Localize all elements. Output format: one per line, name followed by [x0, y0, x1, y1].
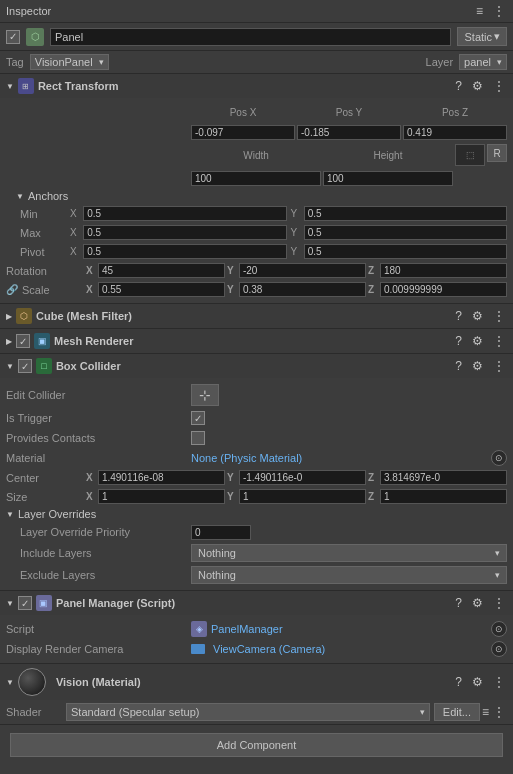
material-picker-icon[interactable]: ⊙ — [491, 450, 507, 466]
vision-material-more-icon[interactable]: ⋮ — [491, 675, 507, 689]
height-input[interactable] — [323, 171, 453, 186]
pos-y-input[interactable] — [297, 125, 401, 140]
add-component-button[interactable]: Add Component — [10, 733, 503, 757]
panel-manager-more-icon[interactable]: ⋮ — [491, 596, 507, 610]
mesh-renderer-header[interactable]: ▶ ▣ Mesh Renderer ? ⚙ ⋮ — [0, 329, 513, 353]
object-enabled-checkbox[interactable] — [6, 30, 20, 44]
rect-transform-help-icon[interactable]: ? — [453, 79, 464, 93]
size-y-input[interactable] — [239, 489, 366, 504]
min-x-input[interactable] — [83, 206, 286, 221]
tag-value: VisionPanel — [35, 56, 93, 68]
mesh-renderer-enabled-checkbox[interactable] — [16, 334, 30, 348]
center-label: Center — [6, 472, 86, 484]
mesh-renderer-help-icon[interactable]: ? — [453, 334, 464, 348]
cube-mesh-filter-header[interactable]: ▶ ⬡ Cube (Mesh Filter) ? ⚙ ⋮ — [0, 304, 513, 328]
tag-dropdown[interactable]: VisionPanel — [30, 54, 109, 70]
pivot-x-input[interactable] — [83, 244, 286, 259]
box-collider-settings-icon[interactable]: ⚙ — [470, 359, 485, 373]
min-y-axis: Y — [291, 208, 302, 219]
size-x-input[interactable] — [98, 489, 225, 504]
panel-manager-help-icon[interactable]: ? — [453, 596, 464, 610]
static-button[interactable]: Static ▾ — [457, 27, 507, 46]
rect-transform-triangle: ▼ — [6, 82, 14, 91]
scale-label: Scale — [22, 284, 50, 296]
rotation-y-axis: Y — [227, 265, 238, 276]
inspector-more-icon[interactable]: ⋮ — [491, 4, 507, 18]
rect-transform-settings-icon[interactable]: ⚙ — [470, 79, 485, 93]
panel-manager-section: ▼ ▣ Panel Manager (Script) ? ⚙ ⋮ Script … — [0, 591, 513, 664]
vision-material-help-icon[interactable]: ? — [453, 675, 464, 689]
is-trigger-label: Is Trigger — [6, 412, 191, 424]
layer-dropdown[interactable]: panel — [459, 54, 507, 70]
camera-picker-icon[interactable]: ⊙ — [491, 641, 507, 657]
object-name-input[interactable] — [50, 28, 451, 46]
box-collider-header[interactable]: ▼ □ Box Collider ? ⚙ ⋮ — [0, 354, 513, 378]
rotation-x-input[interactable] — [98, 263, 225, 278]
vision-material-header[interactable]: ▼ Vision (Material) ? ⚙ ⋮ — [0, 664, 513, 700]
display-render-camera-value[interactable]: ViewCamera (Camera) — [213, 643, 325, 655]
exclude-layers-dropdown[interactable]: Nothing — [191, 566, 507, 584]
rect-transform-title: Rect Transform — [38, 80, 119, 92]
rotation-y-input[interactable] — [239, 263, 366, 278]
script-picker-icon[interactable]: ⊙ — [491, 621, 507, 637]
provides-contacts-checkbox[interactable] — [191, 431, 205, 445]
box-collider-icon: □ — [36, 358, 52, 374]
panel-manager-settings-icon[interactable]: ⚙ — [470, 596, 485, 610]
size-z-input[interactable] — [380, 489, 507, 504]
max-y-input[interactable] — [304, 225, 507, 240]
width-input[interactable] — [191, 171, 321, 186]
camera-icon — [191, 644, 205, 654]
layer-overrides-header[interactable]: ▼ Layer Overrides — [0, 506, 513, 522]
shader-more-icon[interactable]: ⋮ — [491, 705, 507, 719]
pivot-x-axis: X — [70, 246, 81, 257]
rect-transform-header[interactable]: ▼ ⊞ Rect Transform ? ⚙ ⋮ — [0, 74, 513, 98]
cube-mesh-filter-section: ▶ ⬡ Cube (Mesh Filter) ? ⚙ ⋮ — [0, 304, 513, 329]
min-fields: X Y — [70, 206, 507, 221]
center-x-input[interactable] — [98, 470, 225, 485]
wh-values-row — [0, 168, 513, 188]
box-collider-more-icon[interactable]: ⋮ — [491, 359, 507, 373]
center-y-input[interactable] — [239, 470, 366, 485]
inspector-menu-icon[interactable]: ≡ — [474, 4, 485, 18]
pivot-y-input[interactable] — [304, 244, 507, 259]
pos-z-input[interactable] — [403, 125, 507, 140]
include-layers-dropdown[interactable]: Nothing — [191, 544, 507, 562]
layer-label: Layer — [426, 56, 454, 68]
display-render-camera-row: Display Render Camera ViewCamera (Camera… — [0, 639, 513, 659]
panel-manager-enabled-checkbox[interactable] — [18, 596, 32, 610]
max-fields: X Y — [70, 225, 507, 240]
mesh-filter-help-icon[interactable]: ? — [453, 309, 464, 323]
box-collider-help-icon[interactable]: ? — [453, 359, 464, 373]
edit-collider-button[interactable]: ⊹ — [191, 384, 219, 406]
mesh-renderer-more-icon[interactable]: ⋮ — [491, 334, 507, 348]
rotation-z-input[interactable] — [380, 263, 507, 278]
include-layers-label: Include Layers — [6, 547, 191, 559]
edit-collider-row: Edit Collider ⊹ — [0, 382, 513, 408]
script-value[interactable]: PanelManager — [211, 623, 283, 635]
anchors-header[interactable]: ▼ Anchors — [0, 188, 513, 204]
is-trigger-checkbox[interactable] — [191, 411, 205, 425]
scale-y-input[interactable] — [239, 282, 366, 297]
mesh-filter-more-icon[interactable]: ⋮ — [491, 309, 507, 323]
center-z-input[interactable] — [380, 470, 507, 485]
scale-z-input[interactable] — [380, 282, 507, 297]
box-collider-enabled-checkbox[interactable] — [18, 359, 32, 373]
rect-transform-more-icon[interactable]: ⋮ — [491, 79, 507, 93]
mesh-renderer-settings-icon[interactable]: ⚙ — [470, 334, 485, 348]
max-x-input[interactable] — [83, 225, 286, 240]
mesh-filter-settings-icon[interactable]: ⚙ — [470, 309, 485, 323]
vision-material-settings-icon[interactable]: ⚙ — [470, 675, 485, 689]
panel-manager-header[interactable]: ▼ ▣ Panel Manager (Script) ? ⚙ ⋮ — [0, 591, 513, 615]
inspector-label: Inspector — [6, 5, 51, 17]
scale-x-input[interactable] — [98, 282, 225, 297]
anchor-widget[interactable]: ⬚ — [455, 144, 485, 166]
min-y-input[interactable] — [304, 206, 507, 221]
pos-x-input[interactable] — [191, 125, 295, 140]
layer-override-priority-input[interactable] — [191, 525, 251, 540]
shader-list-icon[interactable]: ≡ — [480, 705, 491, 719]
shader-dropdown[interactable]: Standard (Specular setup) — [66, 703, 430, 721]
material-value[interactable]: None (Physic Material) — [191, 452, 491, 464]
mesh-filter-triangle: ▶ — [6, 312, 12, 321]
r-button[interactable]: R — [487, 144, 507, 162]
shader-edit-button[interactable]: Edit... — [434, 703, 480, 721]
